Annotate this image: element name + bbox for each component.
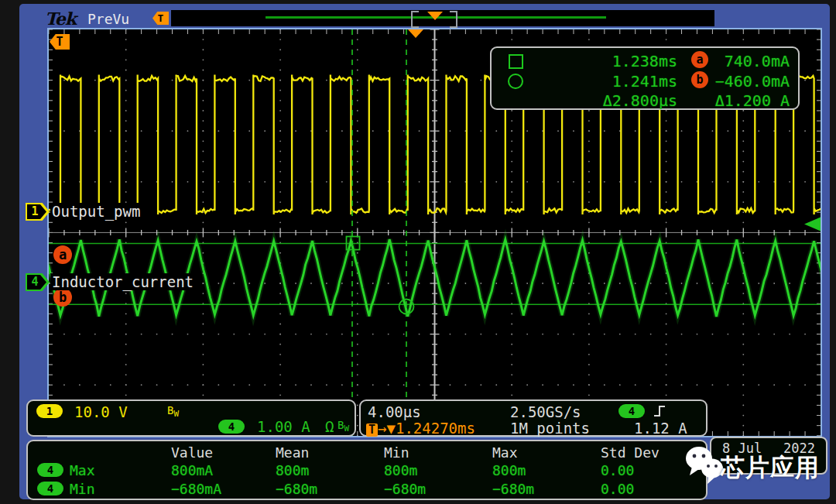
channel4-bandwidth-badge: BW <box>337 419 349 434</box>
scope-screen: Tek PreVu T T 1 4 a b Output_pwm Inducto… <box>19 4 830 499</box>
trigger-source-badge: 4 <box>618 404 645 418</box>
cursor-a-marker: a <box>53 245 72 264</box>
watermark-text: 芯片应用 <box>721 451 820 484</box>
measurement-mean: 800m <box>276 462 309 478</box>
record-window-bracket-right <box>450 11 457 28</box>
cursor-b-marker: b <box>53 288 72 307</box>
column-header-stddev: Std Dev <box>601 444 660 461</box>
cursor-delta-value: Δ1.200 A <box>701 91 790 110</box>
cursor2-time: 1.241ms <box>577 72 677 91</box>
measurement-source-badge: 4 <box>37 463 63 477</box>
record-length-readout: 1M points <box>510 420 590 437</box>
channel4-impedance: Ω <box>325 418 334 435</box>
channel4-position-marker: 4 <box>26 273 50 291</box>
measurement-name: Max <box>70 462 95 478</box>
cursor-a-badge: a <box>691 51 708 68</box>
column-header-mean: Mean <box>276 444 309 461</box>
measurement-min: 800m <box>384 462 417 478</box>
cursor2-circle-icon <box>508 74 523 89</box>
rising-edge-slope-icon <box>653 404 666 418</box>
channel1-badge: 1 <box>36 404 63 418</box>
trigger-level-readout: 1.12 A <box>634 420 687 437</box>
cursor-a-value: 740.0mA <box>708 52 790 70</box>
measurement-stddev: 0.00 <box>601 462 634 478</box>
measurement-source-badge: 4 <box>37 482 63 495</box>
channel1-waveform-label: Output_pwm <box>50 203 142 220</box>
column-header-max: Max <box>492 444 518 461</box>
measurement-mean: −680m <box>276 481 317 497</box>
cursor-readout-box: 1.238ms a 740.0mA 1.241ms b −460.0mA Δ2.… <box>490 46 800 110</box>
column-header-value: Value <box>171 444 213 461</box>
channel1-scale: 10.0 V <box>74 403 128 420</box>
cursor1-time: 1.238ms <box>577 52 677 70</box>
trigger-flag-topbar: T <box>152 12 169 25</box>
cursor-b-value: −460.0mA <box>708 72 790 91</box>
record-window-bracket-left <box>411 11 419 28</box>
acquisition-status: PreVu <box>87 11 129 27</box>
oscilloscope-screenshot: { "header": { "logo": "Tek", "status": "… <box>0 0 836 504</box>
channel-scale-box: 1 10.0 V BW 4 1.00 A Ω BW <box>26 399 356 437</box>
cursor-b-badge: b <box>691 71 708 88</box>
measurement-value: 800mA <box>171 462 213 478</box>
trigger-position-icon <box>408 29 423 38</box>
measurement-max: −680m <box>492 481 534 497</box>
horizontal-trigger-box: 4.00μs 2.50GS/s 4 T→▼1.24270ms 1M points… <box>359 399 708 437</box>
channel4-waveform-label: Inductor_current <box>50 273 195 290</box>
measurement-stddev: 0.00 <box>601 481 634 497</box>
sample-rate-readout: 2.50GS/s <box>510 403 581 420</box>
measurement-max: 800m <box>492 462 526 478</box>
trigger-delay-readout: T→▼1.24270ms <box>366 420 475 437</box>
channel4-badge: 4 <box>218 420 245 434</box>
channel1-position-marker: 1 <box>26 203 50 221</box>
measurement-table: Value Mean Min Max Std Dev 4 Max 800mA 8… <box>26 440 708 500</box>
cursor-delta-time: Δ2.800μs <box>577 91 677 110</box>
measurement-value: −680mA <box>171 481 221 497</box>
measurement-name: Min <box>70 481 95 497</box>
channel1-bandwidth-badge: BW <box>167 404 179 419</box>
cursor1-square-icon <box>509 54 523 69</box>
channel4-scale: 1.00 A <box>257 418 310 435</box>
wechat-icon <box>684 443 725 486</box>
record-window-marker-icon <box>427 12 443 20</box>
timebase-readout: 4.00μs <box>368 403 421 420</box>
measurement-min: −680m <box>384 481 426 497</box>
tek-logo: Tek <box>45 9 76 29</box>
column-header-min: Min <box>384 444 409 461</box>
